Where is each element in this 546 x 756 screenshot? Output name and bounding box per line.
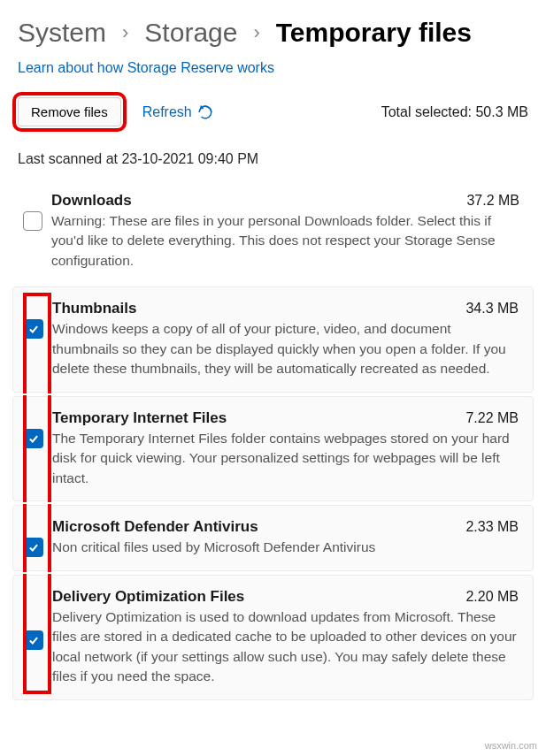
item-description: Non critical files used by Microsoft Def… [52,538,519,557]
item-title: Microsoft Defender Antivirus [52,518,258,536]
list-item[interactable]: Delivery Optimization Files 2.20 MB Deli… [12,575,534,700]
list-item[interactable]: Thumbnails 34.3 MB Windows keeps a copy … [12,286,534,392]
learn-more-link[interactable]: Learn about how Storage Reserve works [0,57,546,92]
item-size: 34.3 MB [465,301,519,317]
check-icon [27,323,40,335]
annotation-highlight [23,395,51,502]
item-title: Downloads [51,192,132,210]
checkbox-thumbnails[interactable] [24,319,43,339]
file-category-list: Downloads 37.2 MB Warning: These are fil… [0,179,546,722]
last-scanned-label: Last scanned at 23-10-2021 09:40 PM [0,135,546,179]
check-icon [27,432,40,445]
refresh-button[interactable]: Refresh [142,104,213,120]
item-size: 2.33 MB [465,519,519,535]
chevron-right-icon: › [253,21,259,44]
chevron-right-icon: › [122,21,128,44]
check-icon [27,541,40,554]
action-row: Remove files Refresh Total selected: 50.… [0,92,546,135]
breadcrumb: System › Storage › Temporary files [0,0,546,57]
checkbox-downloads[interactable] [23,211,42,231]
item-description: Delivery Optimization is used to downloa… [52,607,519,687]
total-selected: Total selected: 50.3 MB [381,104,528,120]
annotation-highlight [23,293,51,393]
item-size: 37.2 MB [466,193,519,209]
check-icon [27,634,40,646]
breadcrumb-current: Temporary files [276,18,472,48]
list-item[interactable]: Downloads 37.2 MB Warning: These are fil… [12,179,534,283]
item-description: Windows keeps a copy of all of your pict… [52,319,519,378]
item-title: Thumbnails [52,300,136,317]
refresh-label: Refresh [142,104,192,120]
breadcrumb-storage[interactable]: Storage [144,18,237,48]
list-item[interactable]: Temporary Internet Files 7.22 MB The Tem… [12,396,534,501]
list-item[interactable]: Microsoft Defender Antivirus 2.33 MB Non… [12,505,534,570]
item-description: The Temporary Internet Files folder cont… [52,429,519,488]
remove-files-button[interactable]: Remove files [18,97,121,126]
item-size: 2.20 MB [465,589,519,605]
item-size: 7.22 MB [465,410,519,426]
checkbox-defender[interactable] [24,538,43,557]
item-description: Warning: These are files in your persona… [51,211,519,271]
item-title: Delivery Optimization Files [52,588,244,606]
checkbox-temp-internet[interactable] [24,429,43,448]
refresh-icon [197,104,213,120]
breadcrumb-system[interactable]: System [18,18,106,48]
item-title: Temporary Internet Files [52,409,227,427]
checkbox-delivery-opt[interactable] [24,630,43,650]
